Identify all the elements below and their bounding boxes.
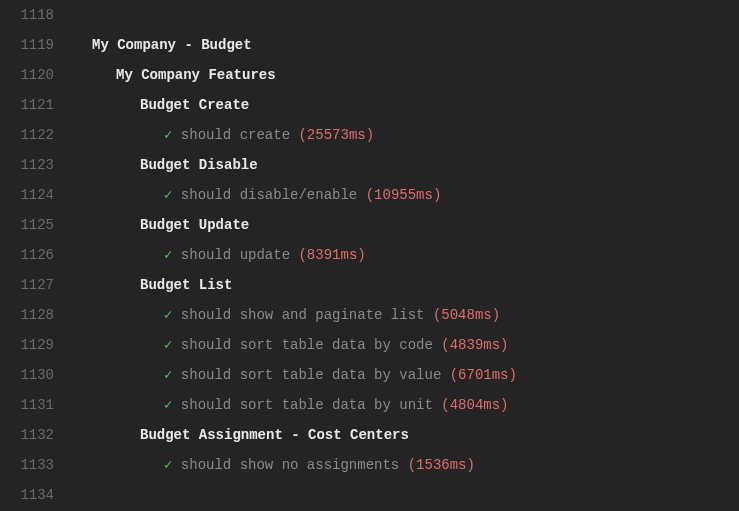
- line-number: 1130: [0, 360, 54, 390]
- terminal-output: My Company - BudgetMy Company FeaturesBu…: [68, 0, 739, 511]
- test-result: ✓ should sort table data by value (6701m…: [68, 360, 739, 390]
- checkmark-icon: ✓: [164, 360, 172, 390]
- checkmark-icon: ✓: [164, 330, 172, 360]
- test-result: ✓ should show and paginate list (5048ms): [68, 300, 739, 330]
- suite-label: Budget Disable: [140, 150, 258, 180]
- suite-label: My Company - Budget: [92, 30, 252, 60]
- line-number: 1118: [0, 0, 54, 30]
- test-label: should sort table data by value: [172, 360, 449, 390]
- test-duration: (10955ms): [366, 180, 442, 210]
- test-label: should sort table data by code: [172, 330, 441, 360]
- checkmark-icon: ✓: [164, 450, 172, 480]
- test-label: should disable/enable: [172, 180, 365, 210]
- line-number: 1125: [0, 210, 54, 240]
- line-number: 1122: [0, 120, 54, 150]
- test-duration: (4839ms): [441, 330, 508, 360]
- checkmark-icon: ✓: [164, 240, 172, 270]
- line-number: 1126: [0, 240, 54, 270]
- line-number: 1133: [0, 450, 54, 480]
- suite-label: Budget Create: [140, 90, 249, 120]
- test-duration: (5048ms): [433, 300, 500, 330]
- test-duration: (4804ms): [441, 390, 508, 420]
- test-duration: (25573ms): [298, 120, 374, 150]
- test-label: should show and paginate list: [172, 300, 432, 330]
- line-number: 1134: [0, 480, 54, 510]
- suite-label: My Company Features: [116, 60, 276, 90]
- line-number: 1120: [0, 60, 54, 90]
- blank-line: [68, 0, 739, 30]
- test-suite: My Company - Budget: [68, 30, 739, 60]
- suite-label: Budget Assignment - Cost Centers: [140, 420, 409, 450]
- line-number-gutter: 1118111911201121112211231124112511261127…: [0, 0, 68, 511]
- checkmark-icon: ✓: [164, 390, 172, 420]
- test-suite: My Company Features: [68, 60, 739, 90]
- line-number: 1132: [0, 420, 54, 450]
- test-result: ✓ should sort table data by code (4839ms…: [68, 330, 739, 360]
- line-number: 1131: [0, 390, 54, 420]
- line-number: 1121: [0, 90, 54, 120]
- test-result: ✓ should update (8391ms): [68, 240, 739, 270]
- line-number: 1128: [0, 300, 54, 330]
- test-label: should create: [172, 120, 298, 150]
- suite-label: Budget List: [140, 270, 232, 300]
- test-result: ✓ should disable/enable (10955ms): [68, 180, 739, 210]
- checkmark-icon: ✓: [164, 120, 172, 150]
- test-label: should show no assignments: [172, 450, 407, 480]
- test-result: ✓ should show no assignments (1536ms): [68, 450, 739, 480]
- line-number: 1119: [0, 30, 54, 60]
- test-suite: Budget Disable: [68, 150, 739, 180]
- suite-label: Budget Update: [140, 210, 249, 240]
- test-label: should update: [172, 240, 298, 270]
- line-number: 1123: [0, 150, 54, 180]
- test-suite: Budget Assignment - Cost Centers: [68, 420, 739, 450]
- checkmark-icon: ✓: [164, 300, 172, 330]
- checkmark-icon: ✓: [164, 180, 172, 210]
- test-suite: Budget Create: [68, 90, 739, 120]
- line-number: 1127: [0, 270, 54, 300]
- line-number: 1129: [0, 330, 54, 360]
- line-number: 1124: [0, 180, 54, 210]
- test-suite: Budget Update: [68, 210, 739, 240]
- test-label: should sort table data by unit: [172, 390, 441, 420]
- test-suite: Budget List: [68, 270, 739, 300]
- test-duration: (1536ms): [408, 450, 475, 480]
- blank-line: [68, 480, 739, 510]
- test-result: ✓ should sort table data by unit (4804ms…: [68, 390, 739, 420]
- test-duration: (8391ms): [298, 240, 365, 270]
- test-duration: (6701ms): [450, 360, 517, 390]
- editor-pane: 1118111911201121112211231124112511261127…: [0, 0, 739, 511]
- test-result: ✓ should create (25573ms): [68, 120, 739, 150]
